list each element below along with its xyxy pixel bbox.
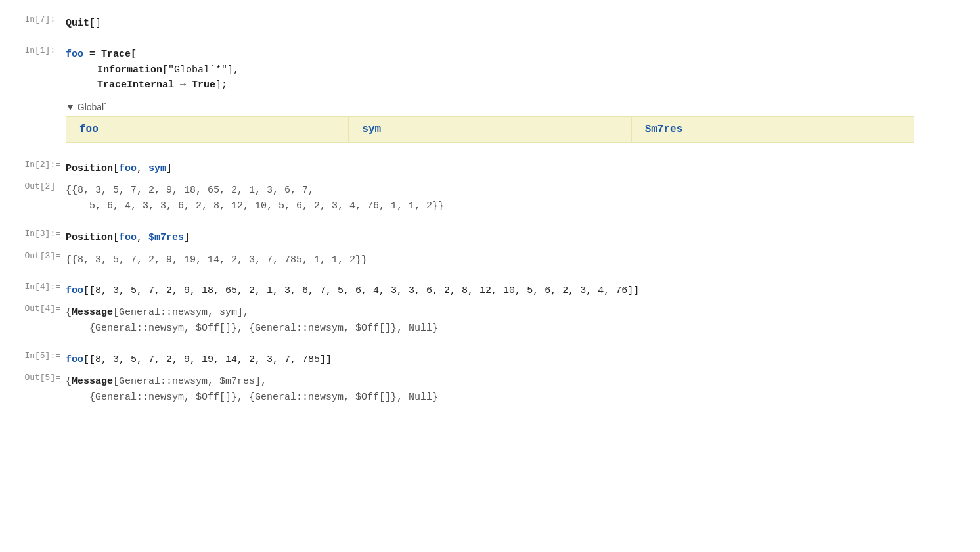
out5-text2: {General::newsym, $Off[]}, {General::new… bbox=[66, 392, 438, 403]
info-col-foo: foo bbox=[66, 117, 349, 143]
in1-line1: foo = Trace[ bbox=[66, 47, 967, 62]
info-table-row: foo sym $m7res bbox=[66, 117, 914, 143]
close-bracket: ]; bbox=[215, 80, 227, 91]
pos2-open: [ bbox=[113, 163, 119, 174]
info-col-m7res: $m7res bbox=[631, 117, 914, 143]
foo5-index: [[8, 3, 5, 7, 2, 9, 19, 14, 2, 3, 7, 785… bbox=[83, 354, 332, 365]
cell-label-out5: Out[5]= bbox=[13, 371, 66, 382]
info-section: ▼ Global` foo sym $m7res bbox=[66, 102, 967, 143]
info-table: foo sym $m7res bbox=[66, 116, 914, 143]
cell-content-out4: {Message[General::newsym, sym], {General… bbox=[66, 302, 967, 339]
cell-out3: Out[3]= {{8, 3, 5, 7, 2, 9, 19, 14, 2, 3… bbox=[13, 250, 967, 270]
cell-out2: Out[2]= {{8, 3, 5, 7, 2, 9, 18, 65, 2, 1… bbox=[13, 180, 967, 217]
cell-label-in3: In[3]:= bbox=[13, 227, 66, 239]
notebook: In[7]:= Quit[] In[1]:= foo = Trace[ Info… bbox=[0, 13, 980, 408]
out4-text2: {General::newsym, $Off[]}, {General::new… bbox=[66, 323, 438, 334]
out4-line2: {General::newsym, $Off[]}, {General::new… bbox=[66, 321, 967, 336]
sym-ref-2: sym bbox=[148, 163, 166, 174]
cell-label-in1: In[1]:= bbox=[13, 44, 66, 55]
cell-content-out3: {{8, 3, 5, 7, 2, 9, 19, 14, 2, 3, 7, 785… bbox=[66, 250, 967, 270]
out2-text2: 5, 6, 4, 3, 3, 6, 2, 8, 12, 10, 5, 6, 2,… bbox=[66, 200, 444, 212]
foo-ref-3: foo bbox=[119, 232, 137, 243]
cell-content-in1: foo = Trace[ Information["Global`*"], Tr… bbox=[66, 44, 967, 95]
assign-trace: = Trace[ bbox=[89, 49, 137, 60]
cell-in1: In[1]:= foo = Trace[ Information["Global… bbox=[13, 44, 967, 95]
foo-ref-4: foo bbox=[66, 285, 83, 296]
message-kw-5: Message bbox=[72, 376, 113, 387]
pos3-open: [ bbox=[113, 232, 119, 243]
cell-content-out2: {{8, 3, 5, 7, 2, 9, 18, 65, 2, 1, 3, 6, … bbox=[66, 180, 967, 217]
info-toggle[interactable]: ▼ Global` bbox=[66, 102, 967, 112]
cell-content-in2: Position[foo, sym] bbox=[66, 158, 967, 179]
cell-label-in2: In[2]:= bbox=[13, 158, 66, 170]
true-kw: True bbox=[192, 80, 215, 91]
cell-in3: In[3]:= Position[foo, $m7res] bbox=[13, 227, 967, 248]
cell-out5: Out[5]= {Message[General::newsym, $m7res… bbox=[13, 371, 967, 408]
out5-line1: {Message[General::newsym, $m7res], bbox=[66, 374, 967, 390]
message-kw-4: Message bbox=[72, 307, 113, 318]
in1-line2: Information["Global`*"], bbox=[66, 62, 967, 78]
cell-label-in7: In[7]:= bbox=[13, 13, 66, 24]
out4-open-brace: { bbox=[66, 307, 72, 318]
pos3-close: ] bbox=[184, 232, 190, 243]
cell-content-in3: Position[foo, $m7res] bbox=[66, 227, 967, 248]
information-kw: Information bbox=[97, 64, 162, 76]
out4-text1: [General::newsym, sym], bbox=[113, 307, 249, 318]
pos2-close: ] bbox=[166, 163, 172, 174]
cell-in2: In[2]:= Position[foo, sym] bbox=[13, 158, 967, 179]
cell-in5: In[5]:= foo[[8, 3, 5, 7, 2, 9, 19, 14, 2… bbox=[13, 350, 967, 370]
in1-line3: TraceInternal → True]; bbox=[66, 78, 967, 93]
position-kw-2: Position bbox=[66, 163, 113, 174]
pos2-comma: , bbox=[137, 163, 148, 174]
traceinternal-kw: TraceInternal bbox=[97, 80, 174, 91]
out2-line1: {{8, 3, 5, 7, 2, 9, 18, 65, 2, 1, 3, 6, … bbox=[66, 183, 967, 198]
quit-keyword: Quit bbox=[66, 18, 89, 29]
m7res-ref-3: $m7res bbox=[148, 232, 184, 243]
quit-brackets: [] bbox=[89, 18, 101, 29]
foo-ref-2: foo bbox=[119, 163, 137, 174]
out4-line1: {Message[General::newsym, sym], bbox=[66, 305, 967, 321]
foo-ref-5: foo bbox=[66, 354, 83, 365]
information-args: ["Global`*"], bbox=[162, 64, 239, 76]
out5-line2: {General::newsym, $Off[]}, {General::new… bbox=[66, 390, 967, 405]
foo4-index: [[8, 3, 5, 7, 2, 9, 18, 65, 2, 1, 3, 6, … bbox=[83, 285, 639, 296]
cell-label-in5: In[5]:= bbox=[13, 350, 66, 361]
cell-content-in7: Quit[] bbox=[66, 13, 967, 34]
cell-label-in4: In[4]:= bbox=[13, 281, 66, 292]
cell-in4: In[4]:= foo[[8, 3, 5, 7, 2, 9, 18, 65, 2… bbox=[13, 281, 967, 301]
cell-in7: In[7]:= Quit[] bbox=[13, 13, 967, 34]
cell-content-in5: foo[[8, 3, 5, 7, 2, 9, 19, 14, 2, 3, 7, … bbox=[66, 350, 967, 370]
cell-label-out3: Out[3]= bbox=[13, 250, 66, 261]
cell-out4: Out[4]= {Message[General::newsym, sym], … bbox=[13, 302, 967, 339]
traceinternal-arrow: → bbox=[174, 80, 192, 91]
out3-text: {{8, 3, 5, 7, 2, 9, 19, 14, 2, 3, 7, 785… bbox=[66, 254, 367, 265]
cell-label-out4: Out[4]= bbox=[13, 302, 66, 313]
out2-text1: {{8, 3, 5, 7, 2, 9, 18, 65, 2, 1, 3, 6, … bbox=[66, 185, 314, 196]
out5-open-brace: { bbox=[66, 376, 72, 387]
info-col-sym: sym bbox=[349, 117, 631, 143]
cell-content-in4: foo[[8, 3, 5, 7, 2, 9, 18, 65, 2, 1, 3, … bbox=[66, 281, 967, 301]
out5-text1: [General::newsym, $m7res], bbox=[113, 376, 267, 387]
position-kw-3: Position bbox=[66, 232, 113, 243]
pos3-comma: , bbox=[137, 232, 148, 243]
cell-label-out2: Out[2]= bbox=[13, 180, 66, 191]
out2-line2: 5, 6, 4, 3, 3, 6, 2, 8, 12, 10, 5, 6, 2,… bbox=[66, 198, 967, 214]
foo-sym: foo bbox=[66, 49, 83, 60]
cell-content-out5: {Message[General::newsym, $m7res], {Gene… bbox=[66, 371, 967, 408]
